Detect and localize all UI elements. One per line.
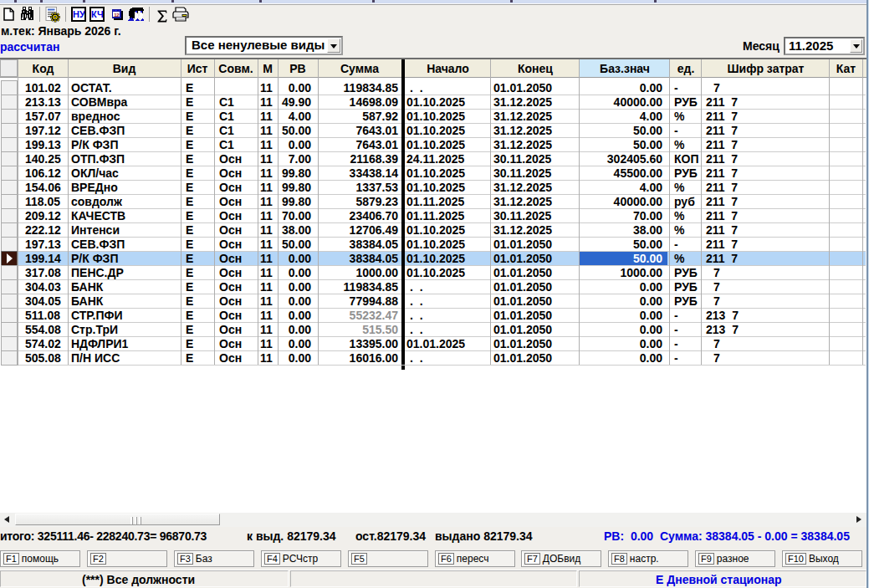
svg-text:12: 12	[114, 13, 120, 18]
